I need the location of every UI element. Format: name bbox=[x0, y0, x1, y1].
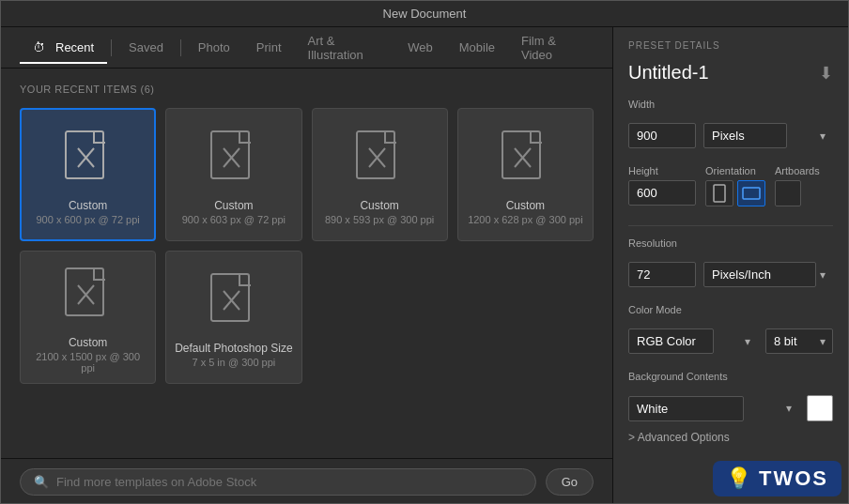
recent-item-4-name: Custom bbox=[506, 199, 545, 212]
artboards-group: Artboards bbox=[775, 165, 820, 206]
preset-title: Untitled-1 bbox=[628, 62, 709, 84]
color-mode-select[interactable]: RGB Color CMYK Color Lab Color Bitmap Gr… bbox=[628, 328, 714, 354]
recent-grid: Custom 900 x 600 px @ 72 ppi Custom bbox=[20, 108, 594, 384]
resolution-unit-select[interactable]: Pixels/Inch Pixels/Centimeter bbox=[703, 262, 816, 287]
width-label: Width bbox=[628, 99, 833, 110]
recent-label: YOUR RECENT ITEMS (6) bbox=[20, 84, 594, 95]
resolution-label: Resolution bbox=[628, 237, 833, 249]
orientation-group: Orientation bbox=[705, 165, 765, 206]
landscape-button[interactable] bbox=[737, 180, 765, 206]
svg-rect-18 bbox=[714, 185, 725, 202]
search-input[interactable] bbox=[56, 475, 522, 489]
doc-icon-2 bbox=[209, 130, 258, 190]
portrait-button[interactable] bbox=[705, 180, 733, 206]
bit-depth-wrapper: 8 bit 16 bit 32 bit bbox=[765, 328, 833, 354]
tab-art[interactable]: Art & Illustration bbox=[295, 27, 395, 71]
tab-divider-2 bbox=[180, 39, 181, 56]
save-preset-icon[interactable]: ⬇ bbox=[819, 63, 833, 84]
recent-item-6[interactable]: Default Photoshop Size 7 x 5 in @ 300 pp… bbox=[165, 251, 301, 384]
artboards-checkbox[interactable] bbox=[775, 180, 801, 206]
recent-item-5[interactable]: Custom 2100 x 1500 px @ 300 ppi bbox=[20, 251, 156, 384]
left-panel: ⏱Recent Saved Photo Print Art & Illustra… bbox=[1, 27, 613, 504]
tab-print[interactable]: Print bbox=[243, 31, 295, 64]
tab-film[interactable]: Film & Video bbox=[508, 27, 594, 71]
recent-item-6-size: 7 x 5 in @ 300 ppi bbox=[192, 357, 275, 368]
title-text: New Document bbox=[383, 7, 467, 21]
recent-item-4-size: 1200 x 628 px @ 300 ppi bbox=[468, 214, 582, 225]
width-input[interactable] bbox=[628, 123, 696, 148]
svg-rect-19 bbox=[743, 188, 760, 199]
width-unit-select[interactable]: Pixels Inches Centimeters bbox=[703, 123, 787, 148]
recent-item-5-name: Custom bbox=[69, 336, 107, 349]
advanced-options-label: > Advanced Options bbox=[628, 431, 730, 444]
main-container: ⏱Recent Saved Photo Print Art & Illustra… bbox=[1, 27, 848, 504]
search-input-wrapper: 🔍 bbox=[20, 468, 536, 496]
recent-item-4[interactable]: Custom 1200 x 628 px @ 300 ppi bbox=[457, 108, 594, 241]
watermark: 💡 TWOS bbox=[713, 461, 841, 496]
divider-1 bbox=[628, 225, 833, 226]
height-label: Height bbox=[628, 165, 696, 176]
recent-item-3[interactable]: Custom 890 x 593 px @ 300 ppi bbox=[312, 108, 448, 241]
recent-item-2-name: Custom bbox=[214, 199, 253, 212]
orientation-label: Orientation bbox=[705, 165, 765, 176]
bg-contents-wrapper: White Black Background Color Transparent… bbox=[628, 396, 799, 421]
color-mode-wrapper: RGB Color CMYK Color Lab Color Bitmap Gr… bbox=[628, 328, 758, 354]
color-mode-label: Color Mode bbox=[628, 304, 833, 315]
doc-icon-1 bbox=[64, 130, 113, 190]
bg-contents-select[interactable]: White Black Background Color Transparent… bbox=[628, 396, 744, 421]
preset-details-label: PRESET DETAILS bbox=[628, 40, 833, 51]
bg-color-swatch[interactable] bbox=[807, 395, 833, 421]
right-panel: PRESET DETAILS Untitled-1 ⬇ Width Pixels… bbox=[613, 27, 848, 504]
resolution-unit-wrapper: Pixels/Inch Pixels/Centimeter bbox=[703, 262, 833, 287]
tab-recent[interactable]: ⏱Recent bbox=[20, 31, 107, 64]
doc-icon-4 bbox=[501, 130, 549, 190]
title-bar: New Document bbox=[1, 1, 848, 27]
recent-item-3-name: Custom bbox=[360, 199, 398, 212]
tab-divider bbox=[111, 39, 112, 56]
search-bar: 🔍 Go bbox=[1, 458, 612, 504]
recent-item-2-size: 900 x 603 px @ 72 ppi bbox=[182, 214, 286, 225]
tabs-bar: ⏱Recent Saved Photo Print Art & Illustra… bbox=[1, 27, 612, 69]
watermark-text: TWOS bbox=[759, 466, 828, 491]
tab-web[interactable]: Web bbox=[394, 31, 446, 64]
tab-mobile[interactable]: Mobile bbox=[446, 31, 508, 64]
height-input[interactable] bbox=[628, 180, 696, 206]
recent-item-2[interactable]: Custom 900 x 603 px @ 72 ppi bbox=[165, 108, 301, 241]
recent-item-3-size: 890 x 593 px @ 300 ppi bbox=[325, 214, 434, 225]
watermark-bulb-icon: 💡 bbox=[726, 466, 751, 491]
tab-saved[interactable]: Saved bbox=[116, 31, 177, 64]
advanced-options[interactable]: > Advanced Options bbox=[628, 431, 833, 444]
color-mode-row: RGB Color CMYK Color Lab Color Bitmap Gr… bbox=[628, 328, 833, 354]
resolution-input[interactable] bbox=[628, 262, 696, 287]
resolution-row: Pixels/Inch Pixels/Centimeter bbox=[628, 262, 833, 287]
recent-item-1-name: Custom bbox=[69, 199, 107, 212]
bg-contents-label: Background Contents bbox=[628, 371, 833, 382]
recent-item-1[interactable]: Custom 900 x 600 px @ 72 ppi bbox=[20, 108, 156, 241]
preset-title-row: Untitled-1 ⬇ bbox=[628, 62, 833, 84]
bg-contents-row: White Black Background Color Transparent… bbox=[628, 395, 833, 421]
recent-item-6-name: Default Photoshop Size bbox=[175, 342, 292, 355]
go-button[interactable]: Go bbox=[546, 468, 594, 496]
doc-icon-6 bbox=[209, 272, 258, 332]
orientation-buttons bbox=[705, 180, 765, 206]
search-icon: 🔍 bbox=[34, 475, 49, 489]
artboards-label: Artboards bbox=[775, 165, 820, 176]
bit-depth-select[interactable]: 8 bit 16 bit 32 bit bbox=[765, 328, 833, 354]
doc-icon-3 bbox=[355, 130, 404, 190]
tab-photo[interactable]: Photo bbox=[185, 31, 243, 64]
recent-item-5-size: 2100 x 1500 px @ 300 ppi bbox=[28, 351, 147, 374]
height-group: Height bbox=[628, 165, 696, 206]
width-unit-wrapper: Pixels Inches Centimeters bbox=[703, 123, 833, 148]
width-row: Pixels Inches Centimeters bbox=[628, 123, 833, 148]
recent-section: YOUR RECENT ITEMS (6) Custom 900 x 600 p… bbox=[1, 69, 612, 458]
recent-item-1-size: 900 x 600 px @ 72 ppi bbox=[37, 214, 140, 225]
doc-icon-5 bbox=[64, 267, 113, 327]
clock-icon: ⏱ bbox=[33, 40, 45, 54]
